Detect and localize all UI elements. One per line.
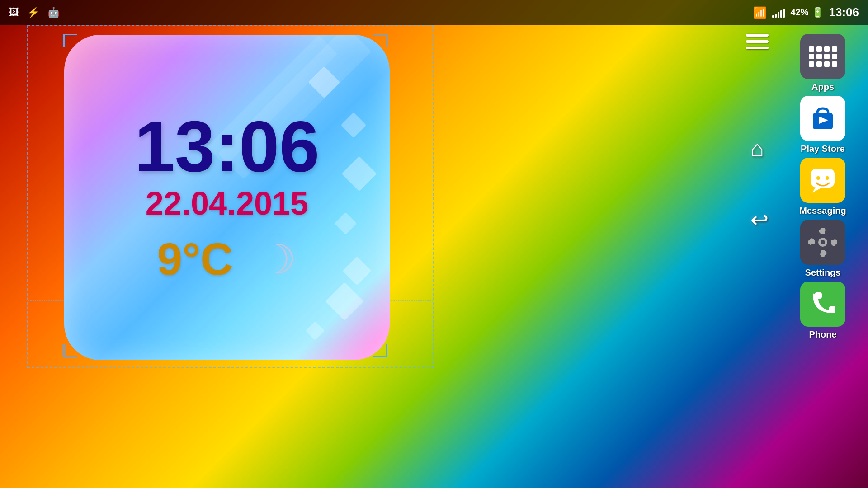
svg-point-7 [821,240,825,244]
apps-dot [809,61,814,67]
battery-percentage: 42% [790,7,808,18]
widget-bottom: 9°C ☽ [157,233,297,285]
widget-temperature: 9°C [157,233,233,285]
apps-dot [824,54,830,59]
svg-point-5 [826,176,829,180]
corner-bracket-tr [373,34,387,47]
apps-dot [832,46,837,52]
signal-bar-3 [778,12,779,18]
deco-diamond-4 [335,212,357,235]
sidebar-item-settings[interactable]: Settings [784,220,861,278]
svg-rect-2 [811,169,835,188]
playstore-svg [808,104,837,133]
playstore-label: Play Store [801,144,845,154]
moon-icon: ☽ [260,235,297,283]
apps-dot [824,61,830,67]
widget-clock-time: 13:06 [134,110,319,183]
corner-bracket-br [373,344,387,357]
menu-line-3 [746,47,769,49]
home-button[interactable]: ⌂ [750,136,769,162]
sidebar-item-playstore[interactable]: Play Store [784,96,861,154]
apps-dot [809,54,814,59]
signal-bar-4 [780,10,782,18]
status-left-icons: 🖼 ⚡ 🤖 [9,7,60,19]
signal-bar-1 [772,15,774,18]
apps-grid [803,41,843,72]
battery-info: 42% 🔋 [790,7,823,19]
svg-marker-3 [812,188,822,193]
apps-icon [800,34,845,79]
phone-label: Phone [809,329,836,340]
sidebar-item-phone[interactable]: Phone [784,282,861,340]
menu-line-1 [746,34,769,37]
corner-bracket-tl [63,34,77,47]
phone-icon [800,282,845,327]
sidebar: Apps [778,25,868,488]
deco-diamond-3 [342,156,377,192]
deco-diamond-7 [306,321,325,340]
battery-charging-icon: 🔋 [811,7,824,19]
apps-dot [824,46,830,52]
apps-dot [816,54,822,59]
apps-dot [832,54,837,59]
status-bar: 🖼 ⚡ 🤖 📶 42% 🔋 13:06 [0,0,868,25]
deco-diamond-6 [326,282,364,321]
apps-dot [832,61,837,67]
signal-bar-2 [775,14,777,18]
messaging-icon [800,158,845,203]
wifi-icon: 📶 [753,6,767,19]
usb-icon: ⚡ [27,7,39,19]
back-button[interactable]: ↩ [750,207,769,232]
apps-dot [816,61,822,67]
status-right-icons: 📶 42% 🔋 13:06 [753,5,859,19]
apps-dot [809,46,814,52]
widget-date: 22.04.2015 [146,187,308,220]
gallery-icon: 🖼 [9,7,19,19]
signal-bars [772,8,785,18]
settings-svg [808,228,837,257]
menu-line-2 [746,40,769,43]
playstore-icon [800,96,845,141]
signal-bar-5 [783,9,785,18]
settings-icon [800,220,845,265]
apps-label: Apps [811,82,834,92]
status-time: 13:06 [829,5,859,19]
debug-icon: 🤖 [47,7,60,19]
navigation-buttons: ⌂ ↩ [750,136,769,232]
sidebar-item-messaging[interactable]: Messaging [784,158,861,216]
corner-bracket-bl [63,344,77,357]
menu-button[interactable] [746,34,769,49]
clock-weather-widget[interactable]: 13:06 22.04.2015 9°C ☽ [64,35,390,360]
deco-diamond-2 [341,113,367,138]
phone-svg [808,290,837,319]
svg-point-4 [816,176,820,180]
messaging-label: Messaging [799,206,846,216]
widget-area: 13:06 22.04.2015 9°C ☽ [27,25,434,368]
apps-dot [816,46,822,52]
messaging-svg [808,166,837,195]
deco-diamond-5 [343,257,372,286]
sidebar-item-apps[interactable]: Apps [784,34,861,92]
settings-label: Settings [805,267,841,278]
